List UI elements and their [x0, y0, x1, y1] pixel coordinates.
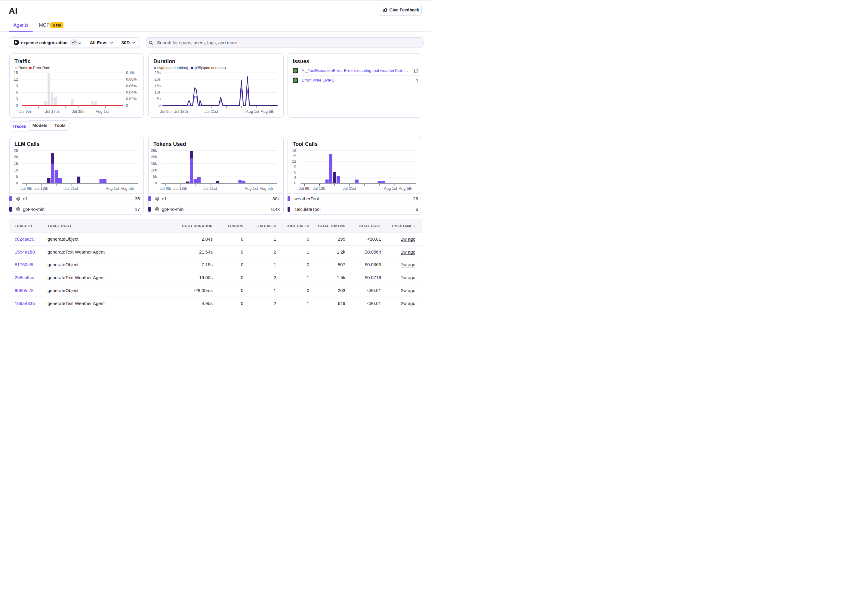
svg-text:20s: 20s [155, 77, 161, 82]
svg-text:Aug 1st: Aug 1st [246, 109, 259, 114]
svg-text:6: 6 [294, 170, 296, 174]
svg-text:Jul 13th: Jul 13th [35, 186, 49, 191]
svg-text:25s: 25s [155, 71, 161, 75]
svg-text:Jul 21st: Jul 21st [204, 109, 218, 114]
svg-text:Jul 21st: Jul 21st [203, 186, 217, 191]
svg-text:Aug 5th: Aug 5th [261, 109, 274, 114]
svg-text:Jul 25th: Jul 25th [72, 109, 86, 114]
svg-text:3: 3 [294, 175, 296, 179]
svg-text:Jul 21st: Jul 21st [64, 186, 78, 191]
svg-text:Jul 21st: Jul 21st [342, 186, 356, 191]
svg-text:0: 0 [126, 104, 128, 108]
svg-text:Aug 5th: Aug 5th [121, 186, 134, 191]
svg-text:0: 0 [294, 181, 296, 185]
svg-text:Aug 5th: Aug 5th [259, 186, 273, 191]
svg-text:12: 12 [292, 159, 296, 163]
svg-text:15: 15 [14, 161, 18, 165]
svg-text:Aug 5th: Aug 5th [399, 186, 412, 191]
svg-text:0.06%: 0.06% [126, 84, 137, 88]
svg-text:9: 9 [16, 84, 18, 88]
svg-text:0.02%: 0.02% [126, 97, 137, 101]
svg-text:Jul 13th: Jul 13th [313, 186, 327, 191]
svg-text:3: 3 [16, 97, 18, 101]
svg-text:Jul 9th: Jul 9th [160, 186, 171, 191]
svg-text:Jul 17th: Jul 17th [45, 109, 59, 114]
svg-text:15s: 15s [155, 84, 161, 88]
svg-text:5s: 5s [157, 97, 161, 101]
svg-text:5: 5 [16, 174, 18, 179]
svg-text:Jul 9th: Jul 9th [21, 186, 32, 191]
svg-text:0: 0 [155, 181, 157, 185]
svg-text:15: 15 [14, 71, 18, 75]
svg-text:Jul 9th: Jul 9th [160, 109, 171, 114]
svg-text:0: 0 [16, 104, 18, 108]
svg-text:0.08%: 0.08% [126, 77, 137, 82]
svg-text:Jul 9th: Jul 9th [20, 109, 31, 114]
svg-text:0.04%: 0.04% [126, 90, 137, 94]
svg-text:0: 0 [159, 104, 161, 108]
svg-text:10k: 10k [151, 168, 157, 172]
svg-text:Aug 1st: Aug 1st [105, 186, 119, 191]
svg-text:12: 12 [14, 77, 18, 82]
svg-text:0: 0 [16, 181, 18, 185]
svg-text:10s: 10s [155, 90, 161, 94]
svg-text:Aug 1st: Aug 1st [96, 109, 109, 114]
svg-text:6: 6 [16, 90, 18, 94]
svg-text:15: 15 [292, 154, 296, 158]
svg-text:25: 25 [14, 148, 18, 152]
svg-text:5k: 5k [153, 174, 157, 179]
svg-text:20k: 20k [151, 155, 157, 159]
svg-text:10: 10 [14, 168, 18, 172]
svg-text:9: 9 [294, 165, 296, 169]
svg-text:Jul 9th: Jul 9th [299, 186, 310, 191]
svg-text:18: 18 [292, 148, 296, 152]
svg-text:Aug 1st: Aug 1st [245, 186, 258, 191]
svg-text:Aug 1st: Aug 1st [384, 186, 397, 191]
svg-text:Jul 13th: Jul 13th [174, 109, 188, 114]
svg-text:20: 20 [14, 155, 18, 159]
svg-text:Jul 13th: Jul 13th [174, 186, 187, 191]
svg-text:0.1%: 0.1% [126, 71, 135, 75]
svg-text:25k: 25k [151, 148, 157, 152]
svg-text:15k: 15k [151, 161, 157, 165]
